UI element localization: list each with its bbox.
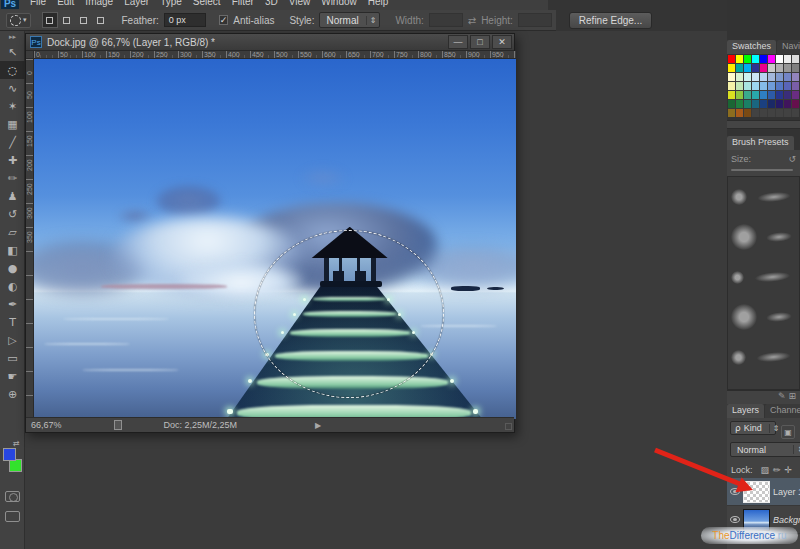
menu-view[interactable]: View bbox=[289, 0, 311, 7]
brush-size-slider[interactable] bbox=[731, 169, 793, 171]
swatch[interactable] bbox=[744, 73, 751, 81]
swatch[interactable] bbox=[768, 73, 775, 81]
zoom-tool[interactable]: ⊕ bbox=[0, 385, 25, 403]
maximize-button[interactable]: □ bbox=[470, 35, 490, 49]
brush-preset[interactable] bbox=[728, 217, 799, 257]
shape-tool[interactable]: ▭ bbox=[0, 349, 25, 367]
type-tool[interactable]: T bbox=[0, 313, 25, 331]
swatch[interactable] bbox=[768, 82, 775, 90]
swap-colors-icon[interactable]: ⇄ bbox=[13, 439, 20, 448]
swatch[interactable] bbox=[760, 91, 767, 99]
brush-preset[interactable] bbox=[728, 377, 799, 390]
canvas-image[interactable] bbox=[34, 59, 516, 419]
clone-stamp-tool[interactable]: ♟ bbox=[0, 187, 25, 205]
blur-tool[interactable]: ● bbox=[0, 259, 25, 277]
swatch[interactable] bbox=[776, 91, 783, 99]
swatch[interactable] bbox=[760, 55, 767, 63]
swatch[interactable] bbox=[736, 100, 743, 108]
swatch[interactable] bbox=[760, 109, 767, 117]
swatch[interactable] bbox=[744, 64, 751, 72]
antialias-checkbox[interactable]: ✓ bbox=[219, 15, 229, 25]
swatch[interactable] bbox=[792, 64, 799, 72]
healing-brush-tool[interactable]: ✚ bbox=[0, 151, 25, 169]
move-tool[interactable]: ↖ bbox=[0, 43, 25, 61]
swatch[interactable] bbox=[728, 73, 735, 81]
foreground-color-swatch[interactable] bbox=[3, 448, 16, 461]
swatch[interactable] bbox=[752, 64, 759, 72]
resize-grip[interactable] bbox=[505, 423, 512, 430]
swatch[interactable] bbox=[752, 100, 759, 108]
lock-icon[interactable]: ✛ bbox=[785, 465, 793, 475]
swatch[interactable] bbox=[744, 100, 751, 108]
brush-preset[interactable] bbox=[728, 257, 799, 297]
history-brush-tool[interactable]: ↺ bbox=[0, 205, 25, 223]
menu-file[interactable]: File bbox=[30, 0, 46, 7]
menu-3d[interactable]: 3D bbox=[265, 0, 278, 7]
eraser-tool[interactable]: ▱ bbox=[0, 223, 25, 241]
visibility-eye-icon[interactable] bbox=[730, 488, 740, 495]
brush-preset[interactable] bbox=[728, 177, 799, 217]
subtract-from-selection-button[interactable] bbox=[76, 12, 92, 28]
tab-brush-presets[interactable]: Brush Presets bbox=[727, 136, 794, 150]
swatch[interactable] bbox=[784, 64, 791, 72]
quick-mask-button[interactable] bbox=[5, 491, 20, 502]
swatch[interactable] bbox=[744, 109, 751, 117]
swatch[interactable] bbox=[760, 64, 767, 72]
swatch[interactable] bbox=[776, 82, 783, 90]
hand-tool[interactable]: ☛ bbox=[0, 367, 25, 385]
swatch[interactable] bbox=[736, 91, 743, 99]
visibility-eye-icon[interactable] bbox=[730, 516, 740, 523]
swatch[interactable] bbox=[736, 82, 743, 90]
swatch[interactable] bbox=[792, 109, 799, 117]
eyedropper-tool[interactable]: ╱ bbox=[0, 133, 25, 151]
swatch[interactable] bbox=[776, 73, 783, 81]
kind-filter-dropdown[interactable]: ρ Kind ⇕ ▣ bbox=[730, 421, 776, 435]
brush-tool[interactable]: ✏ bbox=[0, 169, 25, 187]
add-to-selection-button[interactable] bbox=[59, 12, 75, 28]
swatch[interactable] bbox=[760, 73, 767, 81]
swatch[interactable] bbox=[784, 100, 791, 108]
swatch[interactable] bbox=[784, 73, 791, 81]
swatch[interactable] bbox=[792, 55, 799, 63]
swatch[interactable] bbox=[736, 64, 743, 72]
tab-channels[interactable]: Channels bbox=[765, 404, 800, 418]
menu-window[interactable]: Window bbox=[321, 0, 357, 7]
swatch[interactable] bbox=[784, 109, 791, 117]
swatch[interactable] bbox=[792, 91, 799, 99]
tool-preset-picker[interactable]: ▾ bbox=[6, 13, 31, 28]
swatch[interactable] bbox=[752, 55, 759, 63]
layer-row-layer-1[interactable]: Layer 1 bbox=[727, 478, 800, 506]
swatch[interactable] bbox=[792, 73, 799, 81]
swatch[interactable] bbox=[736, 73, 743, 81]
link-dimensions-icon[interactable]: ⇄ bbox=[468, 15, 476, 26]
collapse-panel-icon[interactable]: ▸▸ bbox=[0, 31, 25, 43]
swatch[interactable] bbox=[760, 82, 767, 90]
blend-mode-dropdown[interactable]: Normal ⇕ bbox=[730, 442, 800, 457]
path-selection-tool[interactable]: ▷ bbox=[0, 331, 25, 349]
swatch[interactable] bbox=[768, 91, 775, 99]
brush-footer-icons[interactable]: ✎ ⊞ bbox=[727, 390, 800, 404]
new-selection-button[interactable] bbox=[42, 12, 58, 28]
magic-wand-tool[interactable]: ✶ bbox=[0, 97, 25, 115]
crop-tool[interactable]: ▦ bbox=[0, 115, 25, 133]
gradient-tool[interactable]: ◧ bbox=[0, 241, 25, 259]
swatch[interactable] bbox=[776, 64, 783, 72]
width-input[interactable] bbox=[429, 13, 463, 27]
lasso-tool[interactable]: ∿ bbox=[0, 79, 25, 97]
swatch[interactable] bbox=[776, 100, 783, 108]
close-button[interactable]: ✕ bbox=[492, 35, 512, 49]
swatch[interactable] bbox=[744, 55, 751, 63]
swatch[interactable] bbox=[744, 91, 751, 99]
swatch[interactable] bbox=[736, 55, 743, 63]
swatch[interactable] bbox=[752, 73, 759, 81]
tab-layers[interactable]: Layers bbox=[727, 404, 764, 418]
menu-layer[interactable]: Layer bbox=[124, 0, 149, 7]
menu-filter[interactable]: Filter bbox=[232, 0, 254, 7]
swatch[interactable] bbox=[792, 82, 799, 90]
swatch[interactable] bbox=[784, 55, 791, 63]
elliptical-marquee-tool[interactable]: ◌ bbox=[0, 61, 25, 79]
height-input[interactable] bbox=[518, 13, 552, 27]
brush-preset[interactable] bbox=[728, 337, 799, 377]
pixel-filter-icon[interactable]: ▣ bbox=[781, 425, 795, 439]
layer-thumbnail[interactable] bbox=[744, 482, 769, 502]
